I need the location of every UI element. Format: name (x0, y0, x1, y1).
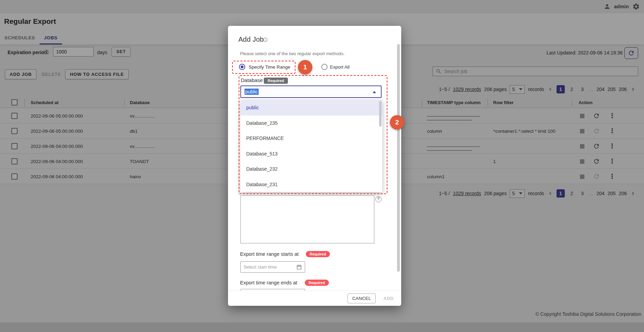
modal-subtitle: Please select one of the two regular exp… (240, 51, 345, 56)
database-label: Database (241, 77, 263, 83)
calendar-icon (296, 264, 302, 270)
modal-footer: CANCEL ADD (228, 291, 401, 306)
dropdown-option[interactable]: public (240, 100, 382, 115)
required-badge-gray: Required (264, 78, 288, 84)
add-job-modal: Add Job Please select one of the two reg… (228, 26, 401, 306)
database-dropdown: public Database_235 PERFORMANCE Database… (240, 100, 382, 192)
modal-title: Add Job (238, 36, 263, 43)
add-button[interactable]: ADD (381, 296, 396, 301)
start-time-input[interactable]: Select start time (240, 261, 305, 273)
start-time-placeholder: Select start time (243, 264, 277, 270)
end-time-label: Export time range ends at (240, 280, 297, 285)
database-select[interactable]: public (240, 85, 382, 98)
dropdown-option[interactable]: Database_232 (240, 161, 382, 177)
help-icon[interactable]: ? (375, 196, 382, 202)
export-all-label: Export All (330, 64, 350, 70)
regular-export-screen: admin Regular Export SCHEDULES JOBS Expi… (0, 0, 644, 332)
start-time-label: Export time range starts at (240, 251, 299, 257)
annotation-badge-2: 2 (390, 115, 404, 130)
modal-scrollbar[interactable] (397, 44, 400, 272)
containers-textarea[interactable] (240, 195, 374, 243)
annotation-badge-1: 1 (298, 60, 312, 74)
specify-time-range-label: Specify Time Range (249, 64, 290, 70)
required-badge-red: Required (306, 251, 330, 257)
required-badge-red: Required (305, 280, 329, 286)
export-all-radio[interactable] (321, 64, 328, 70)
dropdown-option[interactable]: Database_235 (240, 115, 382, 131)
specify-time-range-radio[interactable] (239, 64, 245, 70)
dropdown-scrollbar[interactable] (379, 101, 382, 127)
dropdown-option[interactable]: Database_231 (240, 177, 382, 192)
dropdown-option[interactable]: PERFORMANCE (240, 131, 382, 146)
dropdown-option[interactable]: Database_513 (240, 146, 382, 162)
database-select-value: public (245, 89, 259, 95)
caret-up-icon (373, 91, 376, 93)
cancel-button[interactable]: CANCEL (347, 293, 376, 303)
modal-info-icon[interactable] (263, 37, 268, 42)
